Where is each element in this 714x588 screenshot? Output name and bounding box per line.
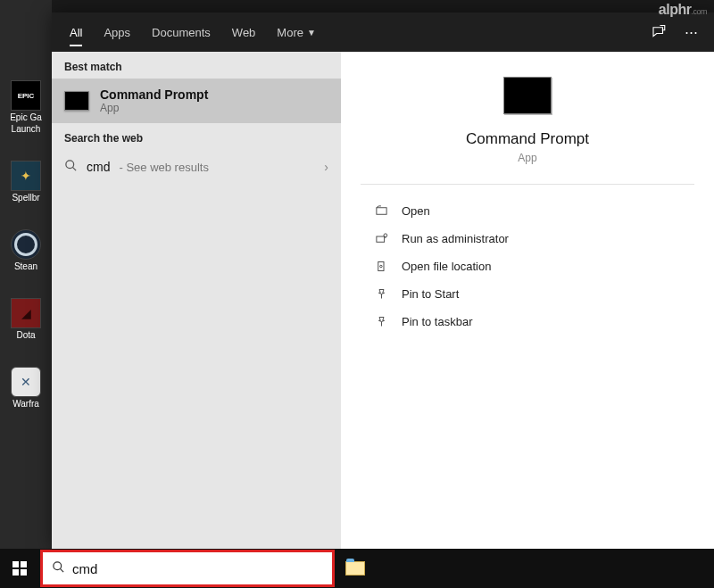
result-text: Command Prompt App (100, 87, 208, 114)
svg-line-1 (72, 167, 76, 170)
result-title: Command Prompt (100, 87, 208, 102)
action-label: Run as administrator (402, 232, 509, 245)
taskbar (0, 549, 714, 588)
chat-icon (651, 24, 667, 40)
action-open-file-location[interactable]: Open file location (341, 253, 714, 280)
action-label: Pin to Start (402, 287, 459, 301)
preview-subtitle: App (518, 152, 536, 164)
web-query-rest: - See web results (119, 161, 208, 174)
svg-point-9 (54, 562, 62, 570)
desktop-icon-label: Stean (5, 261, 46, 271)
svg-rect-5 (378, 262, 383, 271)
preview-actions: Open Run as administrator Open file loca… (341, 185, 714, 348)
desktop-icon-spellbreak[interactable]: ✦ Spellbr (5, 161, 46, 203)
action-label: Open file location (402, 260, 491, 273)
open-icon (373, 204, 389, 218)
tab-documents[interactable]: Documents (141, 12, 221, 52)
action-pin-to-taskbar[interactable]: Pin to taskbar (341, 308, 714, 335)
search-icon (52, 560, 65, 576)
file-explorer-icon (345, 561, 365, 576)
feedback-button[interactable] (643, 16, 675, 48)
search-panel: All Apps Documents Web More▼ ⋯ Best matc… (52, 12, 714, 549)
svg-line-10 (60, 568, 63, 572)
taskbar-file-explorer[interactable] (336, 549, 375, 588)
preview-header: Command Prompt App (341, 52, 714, 184)
tab-label: Web (232, 26, 256, 39)
desktop: EPIC Epic Ga Launch ✦ Spellbr Stean ◢ Do… (0, 0, 52, 549)
ellipsis-icon: ⋯ (685, 24, 698, 40)
admin-icon (373, 232, 389, 245)
action-pin-to-start[interactable]: Pin to Start (341, 280, 714, 308)
best-match-heading: Best match (52, 52, 341, 79)
svg-point-6 (379, 265, 382, 268)
action-run-as-admin[interactable]: Run as administrator (341, 225, 714, 253)
options-button[interactable]: ⋯ (675, 16, 707, 48)
desktop-icon-label: Dota (5, 330, 46, 340)
tab-all[interactable]: All (59, 12, 93, 52)
desktop-icon-label: Warfra (5, 399, 46, 409)
chevron-right-icon: › (324, 160, 328, 174)
search-web-heading: Search the web (52, 123, 341, 150)
chevron-down-icon: ▼ (307, 28, 316, 37)
watermark: alphr.com (659, 2, 707, 18)
preview-title: Command Prompt (466, 130, 589, 148)
preview-column: Command Prompt App Open Run as administr… (341, 52, 714, 549)
search-tabs: All Apps Documents Web More▼ ⋯ (52, 12, 714, 52)
desktop-icon-epic[interactable]: EPIC Epic Ga Launch (5, 80, 46, 134)
command-prompt-icon (503, 77, 552, 114)
action-label: Pin to taskbar (402, 315, 473, 328)
svg-rect-3 (376, 236, 384, 242)
web-query-text: cmd (87, 160, 110, 174)
best-match-result[interactable]: Command Prompt App (52, 79, 341, 123)
command-prompt-icon (64, 91, 89, 111)
web-search-result[interactable]: cmd - See web results › (52, 150, 341, 184)
windows-logo-icon (12, 561, 27, 576)
desktop-icon-label: Spellbr (5, 193, 46, 203)
search-input[interactable] (72, 561, 323, 576)
watermark-brand: alphr (659, 2, 692, 17)
desktop-icon-label: Launch (5, 124, 46, 134)
desktop-icon-steam[interactable]: Stean (5, 229, 46, 271)
tab-web[interactable]: Web (221, 12, 267, 52)
svg-point-4 (384, 234, 387, 237)
pin-icon (373, 315, 389, 328)
desktop-icon-dota[interactable]: ◢ Dota (5, 298, 46, 340)
results-column: Best match Command Prompt App Search the… (52, 52, 341, 549)
desktop-icon-warframe[interactable]: ✕ Warfra (5, 367, 46, 409)
folder-icon (373, 260, 389, 273)
tab-more[interactable]: More▼ (266, 12, 327, 52)
watermark-suffix: .com (691, 7, 707, 16)
svg-rect-2 (376, 208, 386, 215)
pin-icon (373, 287, 389, 301)
spellbreak-icon: ✦ (11, 161, 41, 191)
action-label: Open (402, 204, 430, 218)
tab-label: More (277, 26, 303, 39)
result-subtitle: App (100, 102, 208, 114)
taskbar-search-box[interactable] (43, 552, 332, 584)
tab-label: Apps (104, 26, 130, 39)
svg-point-0 (66, 161, 74, 169)
search-icon (64, 159, 78, 175)
tab-label: All (70, 26, 82, 39)
search-body: Best match Command Prompt App Search the… (52, 52, 714, 549)
tab-apps[interactable]: Apps (93, 12, 141, 52)
epic-games-icon: EPIC (11, 80, 41, 111)
dota-icon: ◢ (11, 298, 41, 328)
desktop-icon-label: Epic Ga (5, 112, 46, 122)
start-button[interactable] (0, 549, 39, 588)
steam-icon (11, 229, 41, 260)
warframe-icon: ✕ (11, 367, 41, 397)
action-open[interactable]: Open (341, 197, 714, 225)
tab-label: Documents (152, 26, 211, 39)
